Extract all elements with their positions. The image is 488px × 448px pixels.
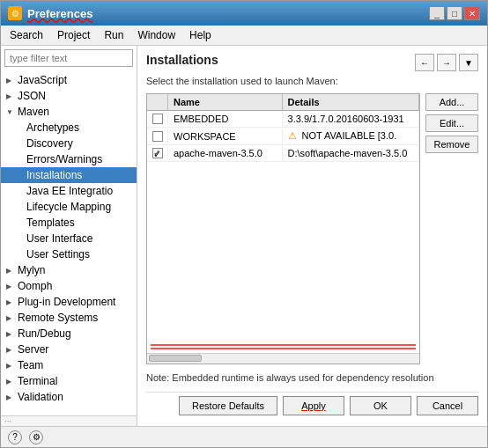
sidebar-item-remote-systems[interactable]: ▶ Remote Systems <box>1 310 137 326</box>
window-title: Preferences <box>27 7 92 20</box>
panel-subtitle: Select the installation used to launch M… <box>146 76 478 86</box>
cancel-button[interactable]: Cancel <box>417 396 478 415</box>
red-wave-1 <box>151 344 416 346</box>
sidebar-item-terminal[interactable]: ▶ Terminal <box>1 373 137 389</box>
sidebar-item-run-debug[interactable]: ▶ Run/Debug <box>1 326 137 342</box>
warning-icon: ⚠ <box>288 130 297 141</box>
sidebar-item-user-settings[interactable]: User Settings <box>1 246 137 262</box>
horizontal-scrollbar[interactable] <box>147 353 419 364</box>
restore-defaults-button[interactable]: Restore Defaults <box>179 396 277 415</box>
arrow-json: ▶ <box>6 92 15 100</box>
label-remote-systems: Remote Systems <box>18 312 98 324</box>
main-panel: Installations ← → ▼ Select the installat… <box>137 46 487 426</box>
label-plugin-dev: Plug-in Development <box>18 296 115 308</box>
close-button[interactable]: ✕ <box>464 6 480 20</box>
label-terminal: Terminal <box>18 375 57 387</box>
row2-details: D:\soft\apache-maven-3.5.0 <box>283 145 419 161</box>
apply-button[interactable]: Apply <box>283 396 344 415</box>
forward-button[interactable]: → <box>437 54 456 71</box>
sidebar-item-user-interface[interactable]: User Interface <box>1 231 137 246</box>
sidebar-item-server[interactable]: ▶ Server <box>1 342 137 357</box>
arrow-team: ▶ <box>6 362 15 370</box>
maximize-button[interactable]: □ <box>447 6 462 20</box>
label-discovery: Discovery <box>26 137 73 150</box>
sidebar-item-maven[interactable]: ▼ Maven <box>1 104 137 120</box>
label-maven: Maven <box>18 106 49 118</box>
col-checkbox <box>147 94 168 110</box>
sidebar-item-oomph[interactable]: ▶ Oomph <box>1 278 137 294</box>
table-body: EMBEDDED 3.3.9/1.7.0.20160603-1931 WORKS… <box>147 111 419 344</box>
sidebar-item-errors-warnings[interactable]: Errors/Warnings <box>1 151 137 167</box>
installations-table: Name Details EMBEDDED 3.3.9/1.7.0.201606… <box>146 93 420 364</box>
sidebar-item-mylyn[interactable]: ▶ Mylyn <box>1 262 137 278</box>
ok-button[interactable]: OK <box>350 396 411 415</box>
menu-help[interactable]: Help <box>184 27 217 43</box>
remove-button[interactable]: Remove <box>425 136 478 153</box>
sidebar-item-javascript[interactable]: ▶ JavaScript <box>1 72 137 88</box>
label-javascript: JavaScript <box>18 74 67 86</box>
label-java-ee: Java EE Integratio <box>26 185 113 197</box>
toolbar-menu-button[interactable]: ▼ <box>459 54 478 71</box>
label-user-interface: User Interface <box>26 232 92 245</box>
help-icon[interactable]: ? <box>8 430 22 444</box>
table-row: ✓ apache-maven-3.5.0 D:\soft\apache-mave… <box>147 145 419 162</box>
arrow-oomph: ▶ <box>6 283 15 290</box>
menu-run[interactable]: Run <box>99 27 129 43</box>
sidebar-item-installations[interactable]: Installations <box>1 167 137 183</box>
sidebar-item-lifecycle[interactable]: Lifecycle Mapping <box>1 199 137 215</box>
title-bar: ⚙ Preferences _ □ ✕ <box>1 1 487 26</box>
table-row: EMBEDDED 3.3.9/1.7.0.20160603-1931 <box>147 111 419 128</box>
arrow-run-debug: ▶ <box>6 330 15 338</box>
label-installations: Installations <box>26 169 82 181</box>
menu-window[interactable]: Window <box>132 27 181 43</box>
col-details: Details <box>283 94 419 110</box>
footer-bar: ? ⚙ <box>1 426 487 447</box>
sidebar: ▶ JavaScript ▶ JSON ▼ Maven Archetypes <box>1 46 137 426</box>
sidebar-item-java-ee[interactable]: Java EE Integratio <box>1 183 137 199</box>
sidebar-item-validation[interactable]: ▶ Validation <box>1 389 137 405</box>
sidebar-item-json[interactable]: ▶ JSON <box>1 88 137 104</box>
window-icon: ⚙ <box>8 6 22 20</box>
table-row: WORKSPACE ⚠ NOT AVAILABLE [3.0. <box>147 128 419 145</box>
row0-checkbox[interactable] <box>152 114 163 124</box>
sidebar-item-templates[interactable]: Templates <box>1 215 137 231</box>
arrow-javascript: ▶ <box>6 77 15 84</box>
row2-checkbox[interactable]: ✓ <box>152 148 163 158</box>
tree-area: ▶ JavaScript ▶ JSON ▼ Maven Archetypes <box>1 70 137 415</box>
settings-icon[interactable]: ⚙ <box>29 430 43 444</box>
title-bar-left: ⚙ Preferences <box>8 6 92 20</box>
sidebar-scroll-hint: ··· <box>1 415 137 426</box>
label-validation: Validation <box>18 391 63 403</box>
label-lifecycle: Lifecycle Mapping <box>26 201 111 213</box>
label-server: Server <box>18 343 48 356</box>
sidebar-item-plugin-dev[interactable]: ▶ Plug-in Development <box>1 294 137 310</box>
sidebar-item-team[interactable]: ▶ Team <box>1 357 137 373</box>
filter-input[interactable] <box>4 49 133 67</box>
col-name: Name <box>168 94 283 110</box>
window-controls: _ □ ✕ <box>429 6 480 20</box>
scroll-thumb[interactable] <box>149 355 202 362</box>
red-wave-2 <box>151 348 416 349</box>
arrow-validation: ▶ <box>6 393 15 401</box>
sidebar-item-archetypes[interactable]: Archetypes <box>1 120 137 136</box>
menu-project[interactable]: Project <box>52 27 95 43</box>
toolbar-buttons: ← → ▼ <box>415 54 478 71</box>
menu-search[interactable]: Search <box>4 27 48 43</box>
row1-checkbox[interactable] <box>152 131 163 142</box>
sidebar-item-discovery[interactable]: Discovery <box>1 136 137 151</box>
arrow-remote-systems: ▶ <box>6 314 15 322</box>
edit-button[interactable]: Edit... <box>425 114 478 132</box>
content-area: ▶ JavaScript ▶ JSON ▼ Maven Archetypes <box>1 46 487 426</box>
arrow-mylyn: ▶ <box>6 267 15 275</box>
label-team: Team <box>18 359 43 371</box>
label-oomph: Oomph <box>18 280 52 292</box>
row0-details: 3.3.9/1.7.0.20160603-1931 <box>283 111 419 127</box>
note-text: Note: Embedded runtime is always used fo… <box>146 371 478 385</box>
add-button[interactable]: Add... <box>425 93 478 111</box>
back-button[interactable]: ← <box>415 54 434 71</box>
arrow-terminal: ▶ <box>6 378 15 386</box>
minimize-button[interactable]: _ <box>429 6 445 20</box>
arrow-plugin-dev: ▶ <box>6 298 15 306</box>
arrow-maven: ▼ <box>6 108 15 116</box>
label-errors: Errors/Warnings <box>26 153 102 165</box>
